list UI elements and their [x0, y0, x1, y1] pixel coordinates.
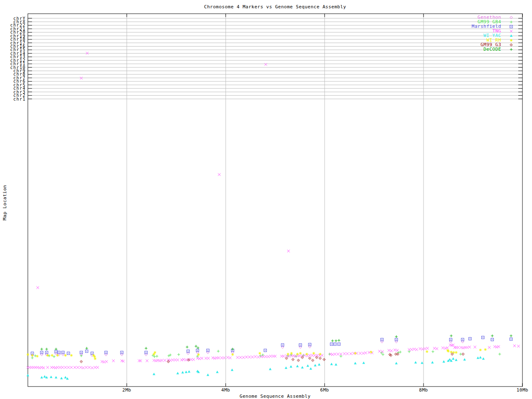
data-point — [318, 363, 320, 366]
legend-label-marshfield: Marshfield — [435, 25, 501, 29]
x-tick-label-6Mb: 6Mb — [320, 387, 329, 393]
data-point — [180, 359, 183, 361]
data-point-dot — [310, 358, 310, 359]
data-point — [34, 355, 37, 357]
data-point — [370, 351, 372, 353]
data-point — [94, 366, 96, 369]
data-point-dot — [511, 26, 512, 27]
data-point — [468, 346, 470, 348]
data-point-dot — [68, 353, 69, 354]
data-point — [287, 353, 289, 355]
data-point — [112, 360, 115, 362]
data-point — [101, 360, 103, 363]
data-point — [299, 352, 301, 355]
data-point-dot — [313, 360, 313, 361]
data-point — [190, 358, 192, 361]
data-point — [70, 366, 73, 369]
data-point-dot — [470, 338, 470, 339]
data-point — [38, 367, 41, 369]
data-point — [498, 353, 501, 355]
data-point — [450, 335, 452, 337]
data-point — [309, 367, 312, 370]
data-point — [413, 348, 415, 350]
data-point — [362, 362, 365, 364]
data-point — [488, 346, 490, 349]
data-point — [477, 357, 479, 359]
data-point — [457, 346, 459, 349]
data-point — [40, 348, 43, 350]
data-point — [433, 347, 436, 350]
data-point — [212, 357, 214, 359]
data-point-dot — [324, 359, 325, 360]
data-point-dot — [492, 339, 493, 340]
data-point-dot — [146, 352, 147, 353]
data-point — [154, 351, 156, 354]
data-point — [362, 352, 365, 355]
data-point — [415, 348, 418, 351]
data-point — [88, 366, 90, 369]
data-point — [460, 346, 462, 349]
y-tick-label-chr1: chr1 — [0, 97, 26, 101]
data-point-dot — [81, 361, 82, 362]
x-tick-label-10Mb: 10Mb — [517, 387, 529, 393]
data-point — [55, 348, 57, 350]
data-point-dot — [391, 355, 392, 356]
data-point-dot — [462, 339, 463, 340]
data-point — [46, 354, 49, 357]
data-point — [52, 366, 55, 369]
data-point — [103, 361, 105, 363]
data-point-dot — [188, 351, 189, 352]
data-point — [290, 365, 292, 368]
data-point — [395, 362, 397, 365]
data-point — [365, 352, 367, 354]
data-point — [394, 349, 396, 351]
data-point — [267, 355, 269, 358]
data-point — [431, 361, 433, 364]
data-point-dot — [396, 339, 397, 340]
data-point — [479, 349, 482, 351]
data-point — [37, 286, 39, 289]
data-point — [354, 352, 357, 355]
data-point — [186, 346, 188, 348]
data-point — [145, 347, 147, 350]
data-point-dot — [197, 350, 198, 351]
data-point-dot — [207, 350, 208, 351]
data-point — [229, 357, 232, 359]
data-point — [330, 363, 332, 365]
data-point — [159, 360, 161, 362]
data-point — [399, 351, 401, 353]
data-point — [517, 345, 520, 347]
data-point-dot — [121, 352, 122, 353]
data-point-dot — [293, 359, 293, 360]
data-point — [296, 353, 298, 355]
data-point — [431, 350, 434, 353]
data-point — [37, 366, 39, 369]
data-point-dot — [168, 361, 169, 362]
x-tick-label-4Mb: 4Mb — [221, 387, 230, 393]
data-point — [40, 376, 43, 379]
data-point-dot — [42, 352, 42, 353]
chromosome-marker-scatter-chart: Chromosome 4 Markers vs Genome Sequence … — [0, 0, 532, 399]
data-point-dot — [106, 352, 106, 353]
data-point-dot — [81, 352, 82, 353]
data-point — [153, 373, 155, 375]
data-point — [56, 354, 59, 357]
data-point — [254, 355, 256, 358]
data-point — [484, 348, 487, 351]
data-point — [60, 377, 63, 379]
data-point — [426, 347, 429, 350]
data-point — [185, 371, 187, 373]
data-point — [510, 48, 512, 51]
data-point — [64, 376, 66, 379]
data-point — [198, 357, 201, 360]
data-point — [155, 355, 158, 357]
data-point — [64, 366, 66, 369]
data-point-dot — [282, 345, 283, 345]
data-point — [231, 353, 234, 356]
data-point — [388, 349, 390, 352]
data-point — [443, 360, 445, 363]
data-point-dot — [92, 353, 93, 354]
data-point — [223, 357, 225, 359]
data-point — [43, 375, 46, 378]
data-point — [282, 355, 285, 357]
